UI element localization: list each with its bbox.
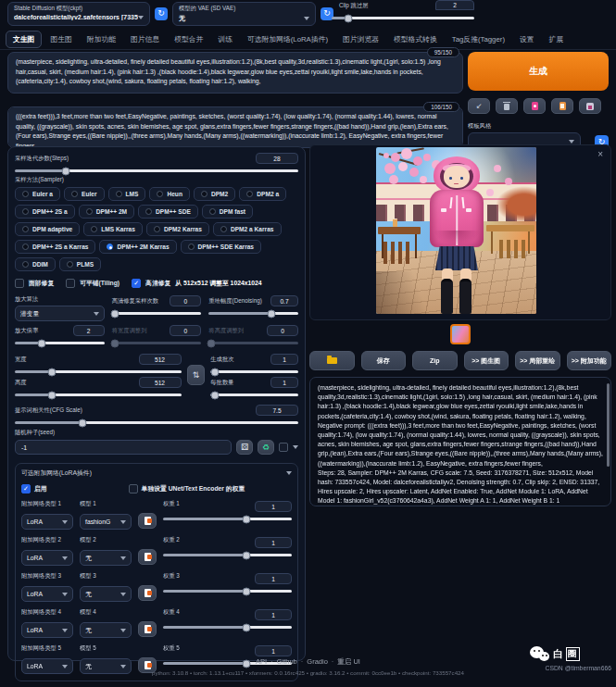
- lora-metadata-button[interactable]: [138, 549, 157, 565]
- tab-tagger[interactable]: Tag反推(Tagger): [446, 31, 511, 47]
- lora-model-dropdown[interactable]: fashionG: [80, 514, 132, 530]
- sampler-option[interactable]: DPM fast: [202, 205, 253, 219]
- checkpoint-select[interactable]: Stable Diffusion 模型(ckpt) dalceforealist…: [7, 2, 150, 26]
- lora-model-dropdown[interactable]: 无: [80, 550, 132, 566]
- lora-model-dropdown[interactable]: 无: [80, 586, 132, 602]
- width-value[interactable]: 512: [139, 354, 182, 365]
- tab-model-converter[interactable]: 模型格式转换: [387, 31, 444, 47]
- lora-weight-value[interactable]: 1: [255, 573, 292, 584]
- resize-width-slider[interactable]: [112, 342, 202, 344]
- footer-link-api[interactable]: API: [256, 657, 277, 666]
- lora-weight-slider[interactable]: [163, 518, 292, 520]
- sampler-option[interactable]: Euler: [64, 187, 105, 201]
- steps-slider[interactable]: [15, 169, 298, 172]
- clip-skip-value[interactable]: 2: [435, 0, 474, 10]
- tiling-checkbox[interactable]: [66, 279, 75, 288]
- vae-select[interactable]: 模型的 VAE (SD VAE) 无: [172, 2, 316, 26]
- sampler-option[interactable]: PLMS: [59, 257, 101, 271]
- tab-settings[interactable]: 设置: [513, 31, 541, 47]
- lora-model-dropdown[interactable]: 无: [80, 622, 132, 638]
- tab-png-info[interactable]: 图片信息: [124, 31, 166, 47]
- clear-prompt-button[interactable]: [496, 98, 518, 114]
- lora-type-dropdown[interactable]: LoRA: [21, 514, 73, 530]
- face-restore-checkbox[interactable]: [15, 279, 24, 288]
- lora-weight-slider[interactable]: [163, 626, 292, 629]
- tab-image-browser[interactable]: 图片浏览器: [336, 31, 385, 47]
- lora-weight-value[interactable]: 1: [255, 609, 292, 620]
- sampler-option[interactable]: DPM adaptive: [15, 222, 80, 236]
- additional-networks-header[interactable]: 可选附加网络(LoRA插件): [21, 468, 292, 478]
- sampler-option[interactable]: LMS: [108, 187, 146, 201]
- sampler-option[interactable]: DPM2: [194, 187, 235, 201]
- upscale-by-slider[interactable]: [15, 342, 105, 344]
- close-gallery-icon[interactable]: ×: [597, 149, 603, 159]
- tab-train[interactable]: 训练: [211, 31, 239, 47]
- resize-height-value[interactable]: 0: [267, 325, 298, 336]
- resize-width-value[interactable]: 0: [170, 325, 201, 336]
- lora-metadata-button[interactable]: [138, 621, 157, 637]
- tab-img2img[interactable]: 图生图: [44, 31, 78, 47]
- cfg-scale-value[interactable]: 7.5: [256, 405, 298, 416]
- batch-size-slider[interactable]: [210, 393, 298, 396]
- lora-weight-value[interactable]: 1: [255, 537, 292, 548]
- send-to-extras-button[interactable]: >> 附加功能: [567, 351, 612, 370]
- seed-input[interactable]: [15, 440, 232, 455]
- random-seed-button[interactable]: ⚄: [236, 440, 253, 455]
- sampler-option[interactable]: LMS Karras: [83, 222, 143, 236]
- hires-steps-slider[interactable]: [112, 312, 202, 315]
- tab-extensions[interactable]: 扩展: [543, 31, 571, 47]
- hires-steps-value[interactable]: 0: [170, 295, 201, 306]
- sampler-option[interactable]: DPM++ 2S a Karras: [15, 240, 95, 254]
- generated-image[interactable]: [376, 147, 536, 314]
- extra-seed-checkbox[interactable]: [279, 443, 288, 452]
- sampler-option[interactable]: DPM++ 2S a: [15, 205, 75, 219]
- height-value[interactable]: 512: [139, 377, 182, 388]
- tab-additional-networks[interactable]: 可选附加网络(LoRA插件): [241, 31, 334, 47]
- width-slider[interactable]: [15, 370, 182, 373]
- steps-value[interactable]: 28: [256, 153, 298, 164]
- lora-metadata-button[interactable]: [138, 585, 157, 601]
- sampler-option[interactable]: Heun: [149, 187, 189, 201]
- sampler-option[interactable]: DPM2 a Karras: [213, 222, 282, 236]
- refresh-checkpoint-button[interactable]: ↻: [155, 7, 168, 20]
- footer-link-github[interactable]: Github: [277, 657, 308, 666]
- send-to-img2img-button[interactable]: >> 图生图: [464, 351, 509, 370]
- cfg-scale-slider[interactable]: [15, 421, 298, 424]
- sampler-option[interactable]: DPM2 a: [239, 187, 286, 201]
- sampler-option[interactable]: DPM2 Karras: [146, 222, 209, 236]
- seed-options-caret-icon[interactable]: [293, 445, 298, 449]
- lora-type-dropdown[interactable]: LoRA: [21, 550, 73, 566]
- save-image-button[interactable]: 保存: [361, 351, 407, 370]
- upscaler-dropdown[interactable]: 潜变量: [15, 306, 105, 321]
- tab-txt2img[interactable]: 文生图: [6, 31, 42, 48]
- lora-separate-weights-checkbox[interactable]: [129, 484, 138, 493]
- lora-weight-slider[interactable]: [163, 554, 292, 556]
- footer-link-reload-ui[interactable]: 重启 UI: [337, 657, 360, 666]
- swap-dimensions-button[interactable]: ⇅: [187, 365, 206, 385]
- batch-count-value[interactable]: 1: [270, 354, 298, 365]
- denoising-value[interactable]: 0.7: [270, 295, 298, 306]
- prompt-input[interactable]: (masterpiece, sidelighting, ultra-detail…: [7, 52, 463, 94]
- open-folder-button[interactable]: [309, 351, 355, 370]
- sampler-option[interactable]: DPM++ SDE Karras: [181, 240, 261, 254]
- generate-button[interactable]: 生成: [468, 52, 609, 91]
- upscale-by-value[interactable]: 2: [73, 325, 105, 336]
- lora-weight-slider[interactable]: [163, 590, 292, 593]
- denoising-slider[interactable]: [208, 312, 298, 315]
- clip-skip-slider[interactable]: [332, 17, 474, 19]
- reuse-seed-button[interactable]: ♻: [258, 440, 274, 455]
- lora-type-dropdown[interactable]: LoRA: [21, 622, 73, 638]
- sampler-option[interactable]: Euler a: [15, 187, 60, 201]
- sampler-option[interactable]: DPM++ SDE: [138, 205, 198, 219]
- save-style-button[interactable]: [579, 98, 601, 114]
- info-scrollbar[interactable]: [607, 383, 610, 467]
- apply-style-button[interactable]: [551, 98, 573, 114]
- lora-weight-value[interactable]: 1: [255, 501, 292, 512]
- footer-link-gradio[interactable]: Gradio: [307, 657, 337, 666]
- lora-type-dropdown[interactable]: LoRA: [21, 586, 73, 602]
- zip-button[interactable]: Zip: [412, 351, 458, 370]
- sampler-option[interactable]: DDIM: [15, 257, 56, 271]
- batch-size-value[interactable]: 1: [270, 377, 298, 388]
- negative-prompt-input[interactable]: (((extra feet))),3 feet,more than two fe…: [7, 106, 463, 148]
- sampler-option[interactable]: DPM++ 2M: [79, 205, 134, 219]
